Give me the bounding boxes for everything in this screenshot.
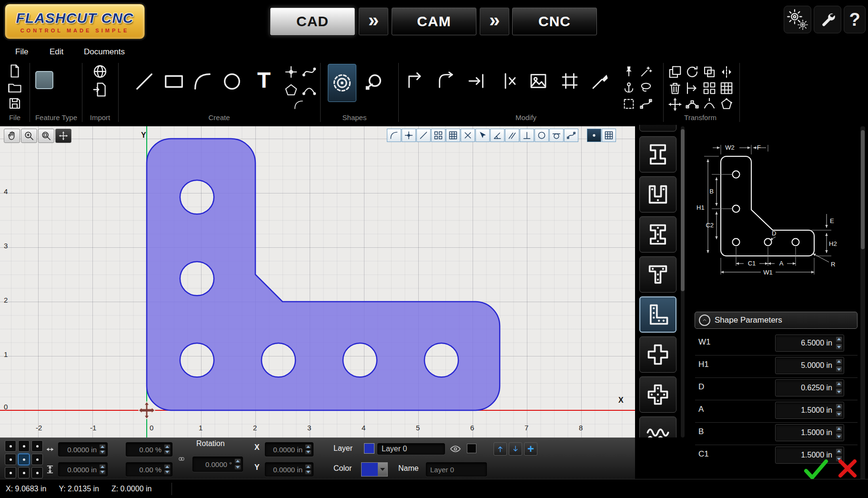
anchor-bottom-left[interactable] (5, 467, 16, 478)
knife-tool-button[interactable] (591, 71, 610, 91)
width-spinner[interactable] (99, 444, 106, 455)
add-layer-button[interactable]: + (524, 442, 537, 456)
y-position-input[interactable]: 0.0000 in (265, 462, 313, 477)
origin-move-handle[interactable] (138, 401, 156, 419)
param-a-spinner[interactable] (836, 404, 842, 417)
spline-tool-button[interactable] (302, 65, 316, 79)
anchor-top-center[interactable] (18, 440, 30, 452)
l-bracket-part[interactable] (147, 139, 500, 410)
mirror-button[interactable] (719, 65, 734, 79)
shape-library-t-bracket[interactable] (639, 256, 676, 293)
zoom-window-tool-button[interactable] (38, 129, 54, 143)
shape-library-scroll-thumb[interactable] (681, 129, 685, 291)
circle-tool-button[interactable] (221, 71, 243, 92)
anchor-tool-button[interactable] (622, 81, 636, 94)
paste-button[interactable] (702, 65, 717, 79)
show-grid-toggle[interactable] (602, 129, 616, 142)
shape-library-i-beam-holes[interactable] (639, 216, 676, 253)
polygon-tool-button[interactable] (284, 83, 298, 97)
tools-button[interactable] (814, 6, 841, 33)
anchor-center[interactable] (18, 454, 30, 465)
param-b-input[interactable]: 1.5000 in (775, 424, 844, 441)
menu-documents[interactable]: Documents (81, 43, 128, 61)
snap-quadrant-button[interactable] (446, 129, 460, 142)
marquee-tool-button[interactable] (622, 97, 636, 111)
menu-file[interactable]: File (12, 43, 31, 61)
corner-tool-button[interactable] (406, 71, 425, 91)
move-button[interactable] (668, 97, 682, 112)
width-percent-spinner[interactable] (164, 444, 171, 455)
cam-to-cnc-arrow-button[interactable]: » (480, 8, 509, 35)
crop-tool-button[interactable] (560, 71, 579, 91)
polygon-edit-button[interactable] (719, 97, 734, 112)
drawing-canvas[interactable]: Y X -2 -1 0 1 2 3 4 5 6 7 8 4 3 2 1 0 (0, 126, 635, 437)
anchor-middle-right[interactable] (31, 454, 43, 465)
shape-parameters-header[interactable]: Shape Parameters (695, 312, 858, 329)
grid-button[interactable] (719, 81, 734, 95)
snap-nearest-button[interactable] (475, 129, 490, 142)
width-input[interactable]: 0.0000 in (58, 442, 108, 457)
select-move-tool-button[interactable] (55, 129, 71, 143)
snap-intersection-button[interactable] (461, 129, 475, 142)
cnc-mode-button[interactable]: CNC (512, 8, 597, 35)
custom-shape-button[interactable] (363, 71, 385, 93)
snap-node-button[interactable] (564, 129, 578, 142)
settings-button[interactable] (784, 6, 811, 33)
snap-grid-button[interactable] (431, 129, 445, 142)
snap-endpoint-button[interactable] (416, 129, 431, 142)
new-file-button[interactable] (8, 64, 22, 78)
cad-mode-button[interactable]: CAD (270, 8, 355, 35)
layer-select[interactable]: Layer 0 (377, 443, 445, 455)
layer-color-swatch[interactable] (364, 443, 374, 454)
fillet-tool-button[interactable] (436, 71, 455, 91)
menu-edit[interactable]: Edit (47, 43, 66, 61)
param-w1-spinner[interactable] (836, 336, 842, 350)
right-panel-scroll-thumb[interactable] (861, 130, 865, 249)
shape-library-u-channel[interactable] (639, 176, 676, 213)
feature-type-button[interactable] (35, 68, 53, 92)
anchor-top-right[interactable] (31, 440, 43, 452)
proportional-link-icon[interactable] (177, 455, 186, 463)
align-button[interactable] (685, 81, 699, 95)
text-tool-button[interactable]: T (253, 67, 274, 93)
bend-button[interactable] (702, 97, 717, 112)
extend-tool-button[interactable] (467, 71, 486, 91)
name-input[interactable]: Layer 0 (426, 462, 487, 477)
snap-center-button[interactable] (402, 129, 416, 142)
layer-alt-swatch[interactable] (467, 444, 476, 453)
param-w1-input[interactable]: 6.5000 in (775, 335, 844, 352)
rotation-input[interactable]: 0.0000 ° (192, 457, 243, 472)
param-d-spinner[interactable] (836, 381, 842, 395)
pan-tool-button[interactable] (4, 129, 20, 143)
snap-arc-button[interactable] (387, 129, 401, 142)
height-input[interactable]: 0.0000 in (58, 462, 108, 477)
right-panel-scrollbar[interactable] (860, 126, 865, 498)
snap-parallel-button[interactable] (505, 129, 519, 142)
arc-tool-button[interactable] (192, 71, 213, 92)
show-points-toggle[interactable] (587, 129, 601, 142)
lasso-tool-button[interactable] (639, 81, 653, 94)
width-percent-input[interactable]: 0.00 % (126, 442, 172, 457)
rotation-spinner[interactable] (234, 458, 241, 470)
wand-tool-button[interactable] (639, 65, 653, 78)
stretch-button[interactable] (685, 97, 699, 112)
y-position-spinner[interactable] (305, 464, 312, 475)
snap-circle-button[interactable] (535, 129, 549, 142)
param-a-input[interactable]: 1.5000 in (775, 402, 844, 419)
cancel-shape-button[interactable] (837, 457, 858, 479)
snap-tangent-button[interactable] (549, 129, 564, 142)
shape-library-item-partial[interactable] (639, 125, 676, 132)
confirm-shape-button[interactable] (803, 458, 829, 479)
param-b-spinner[interactable] (836, 426, 842, 439)
anchor-middle-left[interactable] (5, 454, 16, 465)
copy-button[interactable] (668, 65, 682, 79)
pin-tool-button[interactable] (622, 65, 636, 78)
import-cad-button[interactable] (92, 64, 108, 79)
shape-library-rounded-cross[interactable] (639, 376, 676, 413)
param-d-input[interactable]: 0.6250 in (775, 379, 844, 396)
shape-library-i-beam[interactable] (639, 136, 676, 173)
height-percent-spinner[interactable] (164, 464, 171, 475)
three-point-arc-tool-button[interactable] (302, 83, 316, 97)
node-edit-tool-button[interactable] (639, 97, 653, 111)
layer-up-button[interactable] (494, 442, 507, 456)
